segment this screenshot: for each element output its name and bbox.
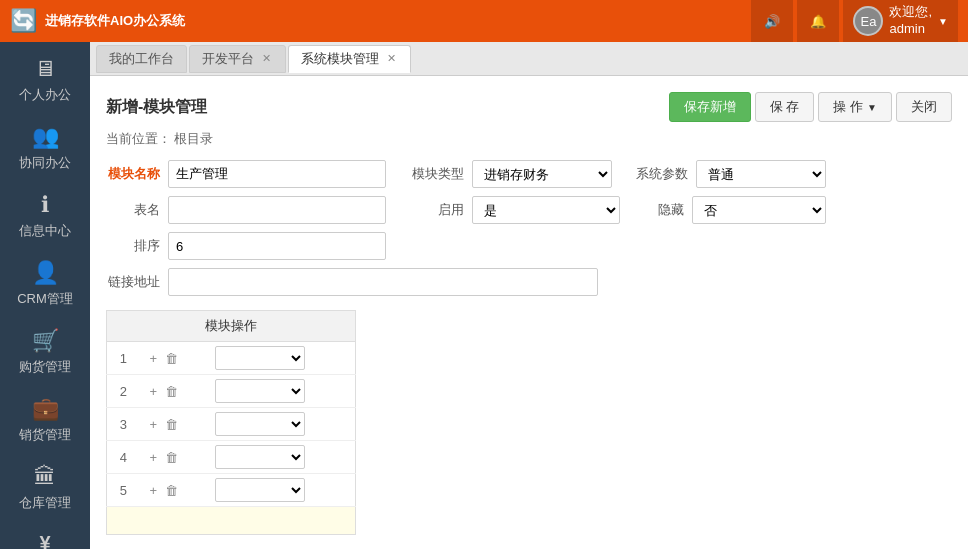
row-select-input-5[interactable] [215,478,305,502]
table-row: 3 + 🗑 [107,408,356,441]
tab-dev[interactable]: 开发平台 ✕ [189,45,286,73]
sidebar: 🖥 个人办公 👥 协同办公 ℹ 信息中心 👤 CRM管理 🛒 购货管理 💼 销货… [0,42,90,549]
sort-input[interactable] [168,232,386,260]
module-name-input[interactable] [168,160,386,188]
tab-dev-label: 开发平台 [202,50,254,68]
content-area: 我的工作台 开发平台 ✕ 系统模块管理 ✕ 新增-模块管理 保存新增 保 存 操… [90,42,968,549]
header-actions: 🔊 🔔 Ea 欢迎您, admin ▼ [751,0,958,42]
sort-label: 排序 [106,237,160,255]
finance-icon: ¥ [39,532,50,549]
row-del-4[interactable]: 🗑 [163,450,180,465]
row-actions-4: + 🗑 [140,441,207,474]
save-button[interactable]: 保 存 [755,92,815,122]
form-left: 模块名称 表名 排序 [106,160,386,260]
form-top: 模块名称 表名 排序 [106,160,952,260]
toolbar-buttons: 保存新增 保 存 操 作 ▼ 关闭 [669,92,952,122]
tab-dev-close[interactable]: ✕ [260,52,273,65]
sidebar-label-personal: 个人办公 [19,86,71,104]
table-name-input[interactable] [168,196,386,224]
header: 🔄 进销存软件AIO办公系统 🔊 🔔 Ea 欢迎您, admin ▼ [0,0,968,42]
row-actions-3: + 🗑 [140,408,207,441]
row-select-3[interactable] [207,408,356,441]
sidebar-item-info[interactable]: ℹ 信息中心 [0,182,90,250]
sidebar-item-warehouse[interactable]: 🏛 仓库管理 [0,454,90,522]
form-right: 模块类型 进销存财务 其他 启用 是 否 [406,160,952,260]
bell-icon: 🔔 [810,14,826,29]
crm-icon: 👤 [32,260,59,286]
row-add-3[interactable]: + [148,417,160,432]
save-new-button[interactable]: 保存新增 [669,92,751,122]
module-type-label: 模块类型 [406,165,464,183]
tab-bar: 我的工作台 开发平台 ✕ 系统模块管理 ✕ [90,42,968,76]
table-name-label: 表名 [106,201,160,219]
row-add-1[interactable]: + [148,351,160,366]
sidebar-item-crm[interactable]: 👤 CRM管理 [0,250,90,318]
row-actions-5: + 🗑 [140,474,207,507]
sound-icon: 🔊 [764,14,780,29]
sidebar-item-personal[interactable]: 🖥 个人办公 [0,46,90,114]
app-logo: 🔄 进销存软件AIO办公系统 [10,8,751,34]
link-label: 链接地址 [106,273,160,291]
row-del-1[interactable]: 🗑 [163,351,180,366]
row-select-input-2[interactable] [215,379,305,403]
row-actions-2: + 🗑 [140,375,207,408]
sidebar-label-sales: 销货管理 [19,426,71,444]
sound-button[interactable]: 🔊 [751,0,793,42]
enabled-label: 启用 [406,201,464,219]
table-empty-row [107,507,356,535]
sidebar-item-purchase[interactable]: 🛒 购货管理 [0,318,90,386]
module-name-label: 模块名称 [106,165,160,183]
form-right-col: 系统参数 普通 高级 隐藏 否 是 [636,160,826,260]
sidebar-label-info: 信息中心 [19,222,71,240]
row-select-2[interactable] [207,375,356,408]
info-icon: ℹ [41,192,49,218]
row-select-1[interactable] [207,342,356,375]
row-add-5[interactable]: + [148,483,160,498]
form-mid-col: 模块类型 进销存财务 其他 启用 是 否 [406,160,620,260]
hidden-row: 隐藏 否 是 [636,196,826,224]
sidebar-item-collab[interactable]: 👥 协同办公 [0,114,90,182]
user-menu[interactable]: Ea 欢迎您, admin ▼ [843,0,958,42]
row-num-1: 1 [107,342,140,375]
table-name-row: 表名 [106,196,386,224]
sidebar-item-finance[interactable]: ¥ 财务管理 [0,522,90,549]
link-input[interactable] [168,268,598,296]
row-add-4[interactable]: + [148,450,160,465]
row-add-2[interactable]: + [148,384,160,399]
row-select-4[interactable] [207,441,356,474]
tab-workbench[interactable]: 我的工作台 [96,45,187,73]
hidden-select[interactable]: 否 是 [692,196,826,224]
app-title: 进销存软件AIO办公系统 [45,12,185,30]
row-del-5[interactable]: 🗑 [163,483,180,498]
page-content: 新增-模块管理 保存新增 保 存 操 作 ▼ 关闭 当前位置： 根目录 [90,76,968,549]
empty-cell [107,507,356,535]
sidebar-label-purchase: 购货管理 [19,358,71,376]
table-row: 5 + 🗑 [107,474,356,507]
page-toolbar: 新增-模块管理 保存新增 保 存 操 作 ▼ 关闭 [106,92,952,122]
table-row: 2 + 🗑 [107,375,356,408]
enabled-select[interactable]: 是 否 [472,196,620,224]
personal-icon: 🖥 [34,56,56,82]
row-select-5[interactable] [207,474,356,507]
row-select-input-3[interactable] [215,412,305,436]
sidebar-label-crm: CRM管理 [17,290,73,308]
row-select-input-4[interactable] [215,445,305,469]
row-del-2[interactable]: 🗑 [163,384,180,399]
breadcrumb: 当前位置： 根目录 [106,130,952,148]
close-button[interactable]: 关闭 [896,92,952,122]
module-type-row: 模块类型 进销存财务 其他 [406,160,620,188]
actions-button[interactable]: 操 作 ▼ [818,92,892,122]
tab-module-label: 系统模块管理 [301,50,379,68]
module-type-select[interactable]: 进销存财务 其他 [472,160,612,188]
row-select-input-1[interactable] [215,346,305,370]
table-row: 4 + 🗑 [107,441,356,474]
tab-module-close[interactable]: ✕ [385,52,398,65]
sidebar-label-collab: 协同办公 [19,154,71,172]
actions-dropdown-icon: ▼ [867,102,877,113]
row-del-3[interactable]: 🗑 [163,417,180,432]
sidebar-item-sales[interactable]: 💼 销货管理 [0,386,90,454]
tab-module[interactable]: 系统模块管理 ✕ [288,45,411,73]
notification-button[interactable]: 🔔 [797,0,839,42]
module-table: 模块操作 1 + 🗑 [106,310,356,535]
sys-param-select[interactable]: 普通 高级 [696,160,826,188]
